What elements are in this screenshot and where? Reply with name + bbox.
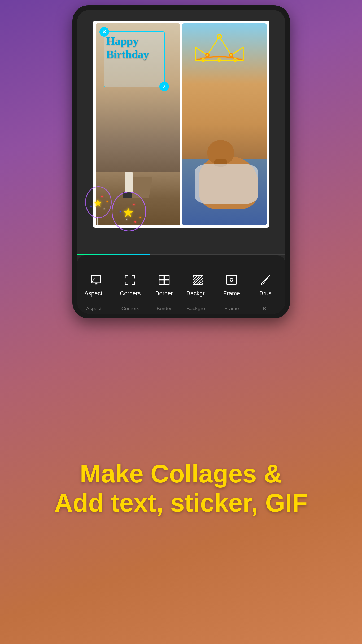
tagline-line2: Add text, sticker, GIF bbox=[54, 489, 308, 517]
brush-icon bbox=[260, 275, 271, 287]
toolbar-item-frame[interactable]: Frame bbox=[218, 275, 245, 297]
brush-label: Brus bbox=[259, 290, 271, 297]
svg-text:⊞: ⊞ bbox=[95, 282, 98, 285]
corners-icon bbox=[125, 275, 136, 287]
svg-rect-8 bbox=[159, 275, 164, 280]
toolbar-item-corners[interactable]: Corners bbox=[117, 275, 143, 297]
shadow-label-aspect: Aspect ... bbox=[83, 306, 110, 312]
toolbar-item-border[interactable]: Border bbox=[151, 275, 177, 297]
close-handle[interactable]: ✕ bbox=[99, 27, 109, 37]
shadow-label-brush: Br bbox=[252, 306, 279, 312]
toolbar: ⊞ Aspect ... Corners bbox=[77, 255, 285, 314]
phone-frame: ✕ Happy Birthday ⚙ ⤢ bbox=[72, 5, 290, 318]
bottom-text-section: Make Collages & Add text, sticker, GIF bbox=[0, 329, 362, 644]
svg-rect-20 bbox=[226, 275, 237, 284]
border-label: Border bbox=[155, 290, 173, 297]
birthday-text-box[interactable]: ✕ Happy Birthday ⚙ ⤢ bbox=[104, 31, 165, 87]
balloon-stickers: ★ ● ● ● ● ★ ● ● ● ● ● bbox=[85, 186, 154, 239]
border-icon bbox=[159, 275, 170, 287]
phone-screen: ✕ Happy Birthday ⚙ ⤢ bbox=[77, 10, 285, 314]
svg-rect-10 bbox=[159, 280, 164, 284]
resize-handle[interactable]: ⤢ bbox=[159, 82, 169, 91]
svg-line-16 bbox=[193, 275, 203, 284]
background-icon bbox=[192, 275, 203, 287]
toolbar-item-background[interactable]: Backgr... bbox=[185, 275, 211, 297]
shadow-label-corners: Corners bbox=[117, 306, 143, 312]
corners-label: Corners bbox=[120, 290, 141, 297]
background-label: Backgr... bbox=[186, 290, 209, 297]
svg-line-14 bbox=[193, 275, 198, 280]
balloon-right: ★ ● ● ● ● ● bbox=[112, 192, 146, 231]
shadow-label-background: Backgro... bbox=[185, 306, 211, 312]
main-tagline: Make Collages & Add text, sticker, GIF bbox=[54, 459, 308, 518]
neon-crown-sticker[interactable] bbox=[190, 31, 248, 70]
frame-label: Frame bbox=[223, 290, 240, 297]
frame-icon bbox=[226, 275, 237, 287]
aspect-label: Aspect ... bbox=[84, 290, 109, 297]
aspect-icon: ⊞ bbox=[91, 275, 102, 287]
balloon-left: ★ ● ● ● ● bbox=[85, 186, 112, 218]
toolbar-item-aspect[interactable]: ⊞ Aspect ... bbox=[83, 275, 110, 297]
shadow-label-border: Border bbox=[151, 306, 177, 312]
photo-right[interactable] bbox=[182, 23, 267, 225]
svg-rect-11 bbox=[164, 280, 169, 284]
svg-rect-9 bbox=[164, 275, 169, 280]
birthday-text: Happy Birthday bbox=[106, 34, 149, 61]
toolbar-item-brush[interactable]: Brus bbox=[252, 275, 279, 297]
tagline-line1: Make Collages & bbox=[80, 459, 282, 488]
shadow-label-frame: Frame bbox=[218, 306, 245, 312]
